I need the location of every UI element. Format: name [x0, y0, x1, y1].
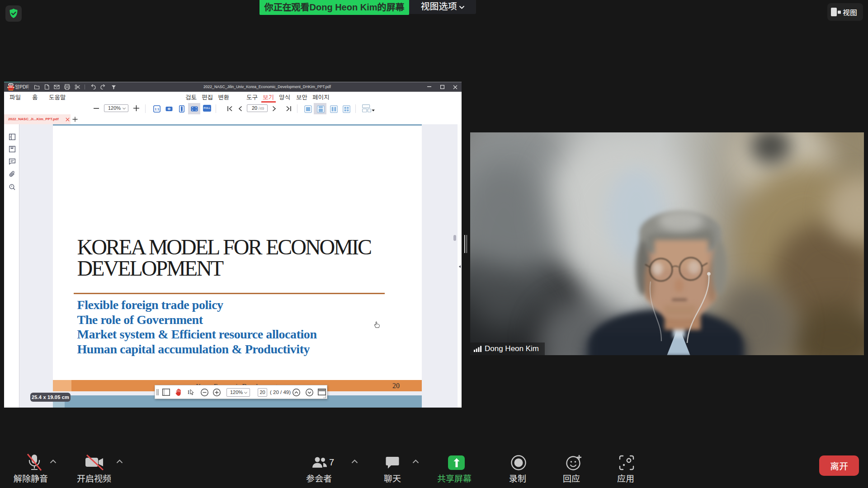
svg-text:I: I	[188, 389, 189, 395]
svg-text:1:1: 1:1	[155, 108, 159, 111]
